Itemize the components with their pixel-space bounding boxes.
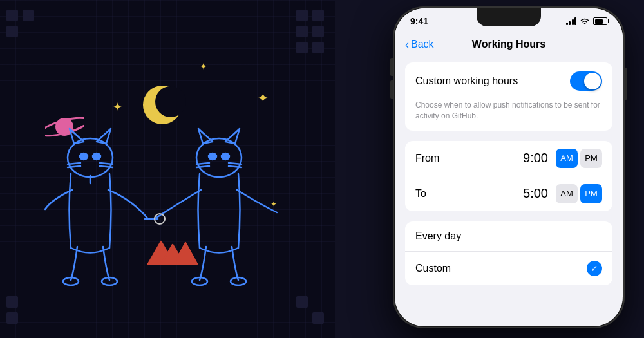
back-button[interactable]: ‹ Back <box>405 39 434 50</box>
to-time-value: 5:00 <box>523 186 548 201</box>
toggle-label: Custom working hours <box>415 75 518 87</box>
phone-screen: 9:41 <box>395 8 623 326</box>
svg-line-24 <box>229 163 242 164</box>
back-chevron-icon: ‹ <box>405 39 409 50</box>
navigation-bar: ‹ Back Working Hours <box>395 32 623 57</box>
volume-up-button <box>390 58 393 76</box>
phone-content: Custom working hours Choose when to allo… <box>395 57 623 290</box>
svg-point-9 <box>93 153 100 160</box>
phone-frame: 9:41 <box>393 6 625 328</box>
svg-point-21 <box>222 153 229 160</box>
working-hours-card: Custom working hours Choose when to allo… <box>405 62 612 131</box>
battery-icon <box>593 17 607 25</box>
power-button <box>625 68 627 100</box>
svg-line-10 <box>68 163 80 164</box>
svg-point-20 <box>209 153 216 160</box>
status-time: 9:41 <box>410 16 428 26</box>
cats-illustration <box>19 106 309 299</box>
background-scene: ✦ ✦ ✦ ✦ <box>0 0 348 338</box>
from-am-button[interactable]: AM <box>556 149 578 168</box>
dynamic-island <box>477 8 541 26</box>
svg-line-12 <box>100 163 113 164</box>
toggle-knob <box>584 73 601 89</box>
sparkle-2: ✦ <box>200 61 207 71</box>
custom-day-label: Custom <box>415 263 451 274</box>
custom-hours-toggle[interactable] <box>570 71 602 91</box>
custom-day-row[interactable]: Custom ✓ <box>405 251 612 285</box>
signal-icon <box>566 17 577 25</box>
to-am-button[interactable]: AM <box>556 184 578 203</box>
nav-title: Working Hours <box>472 39 545 50</box>
custom-checkmark: ✓ <box>587 261 602 276</box>
from-pm-button[interactable]: PM <box>580 149 602 168</box>
back-label: Back <box>411 39 434 50</box>
toggle-row: Custom working hours <box>405 62 612 100</box>
every-day-row[interactable]: Every day <box>405 221 612 251</box>
to-pm-button[interactable]: PM <box>580 184 602 203</box>
svg-line-22 <box>196 163 209 164</box>
toggle-description: Choose when to allow push notifications … <box>405 100 612 131</box>
to-row: To 5:00 AM PM <box>405 176 612 211</box>
volume-down-button <box>390 80 393 99</box>
from-label: From <box>415 153 448 164</box>
sparkle-3: ✦ <box>258 90 269 106</box>
to-ampm-group: AM PM <box>556 184 602 203</box>
time-section: From 9:00 AM PM To 5:00 <box>405 141 612 211</box>
to-label: To <box>415 188 448 200</box>
from-time-value: 9:00 <box>523 151 548 165</box>
wifi-icon <box>580 17 590 25</box>
status-icons <box>566 17 608 25</box>
every-day-label: Every day <box>415 230 461 242</box>
phone-device: 9:41 <box>386 6 631 335</box>
from-ampm-group: AM PM <box>556 149 602 168</box>
day-section: Every day Custom ✓ <box>405 221 612 285</box>
svg-point-8 <box>80 153 88 160</box>
from-row: From 9:00 AM PM <box>405 141 612 176</box>
